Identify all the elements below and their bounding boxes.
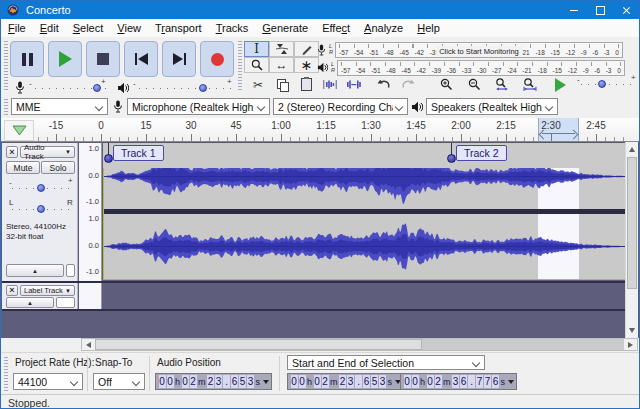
recording-meter[interactable]: LR -57-54-51-48-45-42-39-36-33-30-27-24-…: [317, 41, 623, 58]
toolbar-grip[interactable]: [4, 99, 8, 115]
multi-tool-button[interactable]: ∗: [294, 57, 319, 73]
time-digit[interactable]: 0: [314, 375, 321, 388]
time-digit[interactable]: 5: [239, 375, 246, 388]
time-digit[interactable]: 0: [182, 375, 189, 388]
playback-meter[interactable]: LR -57-54-51-48-45-42-39-36-33-30-27-24-…: [317, 59, 625, 76]
gain-slider[interactable]: [12, 183, 69, 193]
toolbar-grip[interactable]: [4, 357, 8, 391]
redo-button[interactable]: [397, 77, 419, 92]
time-digit[interactable]: 0: [404, 375, 411, 388]
time-digit[interactable]: .: [468, 375, 475, 388]
scroll-up-icon[interactable]: [629, 147, 635, 152]
time-digit[interactable]: 0: [159, 375, 166, 388]
audio-host-select[interactable]: MME: [11, 98, 108, 115]
time-digit[interactable]: 0: [412, 375, 419, 388]
time-digit[interactable]: 2: [339, 375, 346, 388]
time-digit[interactable]: 0: [427, 375, 434, 388]
playback-volume-slider[interactable]: [139, 83, 233, 93]
time-digit[interactable]: .: [223, 375, 230, 388]
playback-meter-scale[interactable]: -57-54-51-48-45-42-39-36-33-30-27-24-21-…: [337, 60, 625, 76]
playback-speed-slider[interactable]: [581, 79, 637, 89]
toolbar-grip[interactable]: [4, 41, 8, 92]
selection-end-field[interactable]: 00h02m36.776s: [400, 373, 517, 390]
track-close-button[interactable]: ×: [6, 146, 18, 158]
menu-effect[interactable]: Effect: [315, 20, 357, 37]
time-digit[interactable]: 0: [291, 375, 298, 388]
label-text[interactable]: Track 1: [113, 145, 164, 161]
record-button[interactable]: [200, 41, 234, 77]
pan-slider[interactable]: [12, 204, 69, 214]
time-unit[interactable]: s: [501, 377, 506, 387]
menu-help[interactable]: Help: [410, 20, 447, 37]
project-rate-select[interactable]: 44100: [13, 373, 83, 390]
copy-button[interactable]: [271, 77, 293, 92]
recording-meter-scale[interactable]: -57-54-51-48-45-42-39-36-33-30-27-24-21-…: [335, 42, 623, 58]
audio-position-field[interactable]: 00h02m23.653s: [155, 373, 272, 390]
time-unit[interactable]: m: [443, 377, 451, 387]
menu-analyze[interactable]: Analyze: [357, 20, 410, 37]
close-button[interactable]: [613, 1, 639, 19]
play-at-speed-button[interactable]: [549, 77, 571, 92]
time-digit[interactable]: 3: [215, 375, 222, 388]
time-digit[interactable]: 3: [379, 375, 386, 388]
time-digit[interactable]: 6: [363, 375, 370, 388]
time-digit[interactable]: 7: [476, 375, 483, 388]
selection-mode-select[interactable]: Start and End of Selection: [287, 355, 485, 370]
time-digit[interactable]: 7: [484, 375, 491, 388]
undo-button[interactable]: [373, 77, 395, 92]
waveform-channel-right[interactable]: [104, 214, 625, 279]
skip-to-end-button[interactable]: [162, 41, 196, 77]
meter-monitoring-hint[interactable]: Click to Start Monitoring: [436, 46, 522, 57]
playback-device-select[interactable]: Speakers (Realtek High Definiti: [426, 98, 558, 115]
trim-audio-button[interactable]: [319, 77, 341, 92]
playback-volume-thumb[interactable]: [199, 84, 207, 92]
menu-generate[interactable]: Generate: [255, 20, 315, 37]
paste-button[interactable]: [295, 77, 317, 92]
solo-button[interactable]: Solo: [41, 161, 75, 174]
stop-button[interactable]: [86, 41, 120, 77]
snap-to-select[interactable]: Off: [93, 373, 145, 390]
label-handle-icon[interactable]: [447, 154, 456, 163]
maximize-button[interactable]: [587, 1, 613, 19]
zoom-tool-button[interactable]: [244, 57, 269, 73]
zoom-in-button[interactable]: [435, 77, 457, 92]
horizontal-scrollbar[interactable]: [81, 338, 638, 351]
time-unit[interactable]: h: [420, 377, 425, 387]
menu-tracks[interactable]: Tracks: [209, 20, 256, 37]
track-title-menu[interactable]: Audio Track ▼: [20, 146, 75, 158]
toolbar-grip[interactable]: [238, 41, 242, 92]
time-digit[interactable]: 2: [435, 375, 442, 388]
time-shift-tool-button[interactable]: ↔: [269, 57, 294, 73]
minimize-button[interactable]: [561, 1, 587, 19]
recording-volume-thumb[interactable]: [93, 84, 101, 92]
time-digit[interactable]: .: [355, 375, 362, 388]
time-digit[interactable]: 0: [167, 375, 174, 388]
time-digit[interactable]: 2: [207, 375, 214, 388]
label-track-content[interactable]: Track 1Track 2: [103, 142, 627, 168]
gain-thumb[interactable]: [37, 184, 45, 192]
selection-start-field[interactable]: 00h02m23.653s: [287, 373, 404, 390]
menu-view[interactable]: View: [110, 20, 148, 37]
scroll-right-button[interactable]: [624, 339, 637, 350]
time-digit[interactable]: 6: [231, 375, 238, 388]
collapse-track-button[interactable]: ▲: [6, 297, 54, 308]
recording-volume-slider[interactable]: [35, 83, 107, 93]
collapse-track-button[interactable]: ▲: [6, 264, 64, 277]
track-resize-handle[interactable]: [56, 297, 75, 308]
time-digit[interactable]: 3: [347, 375, 354, 388]
draw-tool-button[interactable]: [294, 41, 319, 57]
label-text[interactable]: Track 2: [456, 145, 507, 161]
scroll-down-icon[interactable]: [629, 328, 635, 333]
time-digit[interactable]: 0: [299, 375, 306, 388]
pinned-playhead-box[interactable]: [4, 120, 34, 141]
vertical-ruler[interactable]: 1.00.0-1.0 1.00.0-1.0: [79, 143, 102, 281]
time-digit[interactable]: 6: [460, 375, 467, 388]
recording-device-select[interactable]: Microphone (Realtek High Defini: [127, 98, 270, 115]
play-button[interactable]: [48, 41, 82, 77]
time-unit[interactable]: h: [307, 377, 312, 387]
skip-to-start-button[interactable]: [124, 41, 158, 77]
zoom-out-button[interactable]: [463, 77, 485, 92]
time-unit[interactable]: m: [198, 377, 206, 387]
track-close-button[interactable]: ×: [6, 285, 18, 296]
horizontal-scroll-thumb[interactable]: [95, 339, 422, 350]
